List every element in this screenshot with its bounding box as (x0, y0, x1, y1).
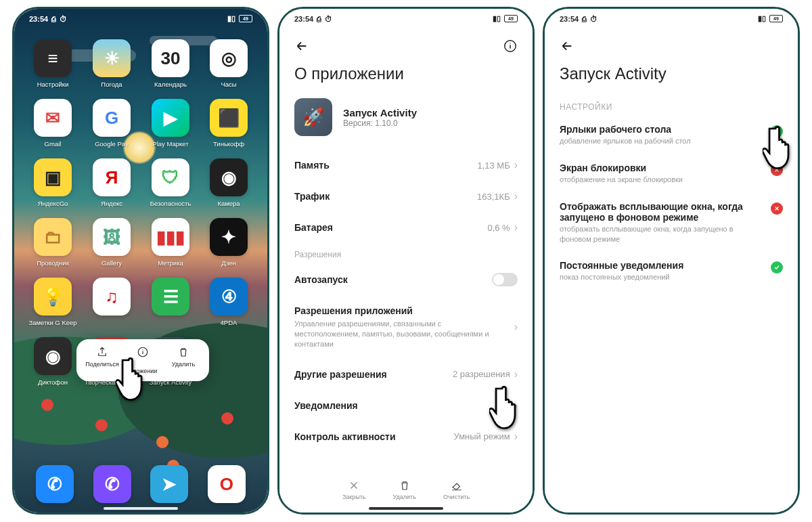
trash-icon (399, 479, 411, 492)
app-gallery[interactable]: 🖼Gallery (85, 218, 139, 267)
app-icon: ✦ (210, 218, 248, 256)
chevron-right-icon: › (514, 190, 518, 202)
app-яндексgo[interactable]: ▣ЯндексGo (26, 158, 79, 207)
app-камера[interactable]: ◉Камера (202, 158, 255, 207)
close-icon (348, 479, 360, 492)
option-title: Экран блокировки (560, 162, 763, 173)
app-погода[interactable]: ☀Погода (85, 39, 139, 88)
dock-app-telegram[interactable]: ➤Telegram (150, 465, 188, 503)
signal-icon: ▮▯ (227, 14, 235, 23)
dock-app-opera[interactable]: OOpera (208, 465, 246, 503)
app-gmail[interactable]: ✉Gmail (26, 99, 79, 148)
bottom-close[interactable]: Закрыть (342, 479, 366, 500)
home-indicator[interactable] (104, 507, 178, 510)
app-icon: G (93, 99, 131, 137)
statusbar-time: 23:54 (560, 15, 579, 23)
app-icon: ◉ (34, 337, 72, 375)
app-4pda[interactable]: ④4PDA (202, 278, 255, 326)
app-play-маркет[interactable]: ▶Play Маркет (144, 99, 197, 148)
option-subtitle: показ постоянных уведомлений (560, 272, 763, 282)
statusbar: 23:54 ⎙ ⏱ ▮▯ 49 (14, 14, 267, 23)
context-delete[interactable]: Удалить (163, 346, 204, 374)
app-icon: ☰ (152, 278, 189, 316)
battery-icon: 49 (504, 15, 518, 22)
page-title: Запуск Activity (545, 60, 798, 95)
row-memory[interactable]: Память 1,13 МБ› (279, 150, 533, 181)
notification-icon: ⎙ (582, 15, 587, 23)
app-заметки-g-keep[interactable]: 💡Заметки G Keep (26, 278, 79, 326)
option-row-2[interactable]: Отображать всплывающие окна, когда запущ… (545, 193, 798, 253)
app-label: Gallery (102, 259, 122, 267)
app-icon: 🛡 (152, 158, 189, 196)
trash-icon (177, 346, 189, 358)
row-battery[interactable]: Батарея 0,6 %› (279, 212, 533, 243)
app-slot-17[interactable]: ♫ (85, 278, 139, 326)
app-label: Диктофон (38, 378, 68, 386)
info-button[interactable] (503, 39, 518, 56)
app-яндекс[interactable]: ЯЯндекс (85, 158, 139, 207)
app-метрика[interactable]: ▮▮▮Метрика (144, 218, 197, 267)
app-slot-18[interactable]: ☰ (144, 278, 197, 326)
app-icon: ☀ (93, 39, 131, 77)
app-безопасность[interactable]: 🛡Безопасность (144, 158, 197, 207)
chevron-right-icon: › (514, 431, 518, 443)
bottom-clear[interactable]: Очистить (443, 479, 470, 500)
option-title: Отображать всплывающие окна, когда запущ… (560, 201, 763, 223)
share-icon (96, 346, 108, 358)
eraser-icon (451, 479, 463, 492)
app-label: Погода (101, 81, 122, 88)
option-row-1[interactable]: Экран блокировкиотображение на экране бл… (545, 154, 798, 193)
app-icon: ➤ (150, 465, 188, 503)
app-часы[interactable]: ◎Часы (202, 39, 255, 88)
phone-activity-settings: 23:54 ⎙ ⏱ ▮▯ 49 Запуск Activity НАСТРОЙК… (543, 7, 800, 515)
statusbar: 23:54 ⎙ ⏱ ▮▯ 49 (545, 14, 798, 23)
row-app-permissions[interactable]: Разрешения приложений Управление разреше… (279, 296, 533, 359)
bottom-delete[interactable]: Удалить (393, 479, 416, 500)
alarm-icon: ⏱ (590, 15, 597, 23)
alarm-icon: ⏱ (325, 15, 332, 23)
dock-app-viber[interactable]: ✆Viber (93, 465, 131, 503)
app-проводник[interactable]: 🗀Проводник (26, 218, 79, 267)
dock-app-phone[interactable]: ✆Phone (36, 465, 74, 503)
row-traffic[interactable]: Трафик 163,1КБ› (279, 181, 533, 212)
app-icon: O (208, 465, 246, 503)
app-icon: ≡ (34, 39, 72, 77)
deny-badge-icon[interactable] (771, 202, 783, 215)
app-label: Безопасность (150, 200, 191, 207)
back-button[interactable] (294, 39, 309, 56)
app-label: Google Pay (95, 140, 129, 148)
chevron-right-icon: › (514, 159, 518, 171)
phone-home: 23:54 ⎙ ⏱ ▮▯ 49 ≡Настройки☀Погода30Кален… (12, 7, 269, 515)
app-google-pay[interactable]: GGoogle Pay (85, 99, 139, 148)
alarm-icon: ⏱ (60, 15, 67, 23)
app-календарь[interactable]: 30Календарь (144, 39, 197, 88)
app-label: Часы (221, 81, 236, 88)
app-дзен[interactable]: ✦Дзен (202, 218, 255, 267)
app-grid: ≡Настройки☀Погода30Календарь◎Часы✉GmailG… (14, 39, 267, 386)
app-icon: 🗀 (34, 218, 72, 256)
notification-icon: ⎙ (317, 15, 321, 23)
app-icon: 30 (152, 39, 189, 77)
app-icon: 💡 (34, 278, 72, 316)
option-row-0[interactable]: Ярлыки рабочего столадобавление ярлыков … (545, 116, 798, 154)
chevron-right-icon: › (514, 221, 518, 234)
phone-appinfo: 23:54 ⎙ ⏱ ▮▯ 49 О приложении 🚀 Запуск Ac… (277, 7, 535, 515)
option-row-3[interactable]: Постоянные уведомленияпоказ постоянных у… (545, 252, 798, 290)
row-autostart[interactable]: Автозапуск (279, 263, 533, 296)
app-icon: ✆ (93, 465, 131, 503)
app-настройки[interactable]: ≡Настройки (26, 39, 79, 88)
check-badge-icon[interactable] (771, 261, 783, 274)
notification-icon: ⎙ (51, 15, 56, 23)
option-title: Постоянные уведомления (560, 260, 763, 271)
battery-icon: 49 (769, 15, 783, 22)
back-button[interactable] (560, 39, 574, 56)
app-icon: ④ (210, 278, 248, 316)
page-title: О приложении (279, 60, 533, 95)
home-indicator[interactable] (369, 507, 443, 510)
cursor-hand-icon (116, 354, 155, 403)
section-settings: НАСТРОЙКИ (545, 95, 798, 116)
autostart-toggle[interactable] (492, 273, 518, 286)
app-диктофон[interactable]: ◉Диктофон (26, 337, 79, 386)
app-тинькофф[interactable]: ⬛Тинькофф (202, 99, 255, 148)
app-label: Камера (217, 200, 240, 207)
